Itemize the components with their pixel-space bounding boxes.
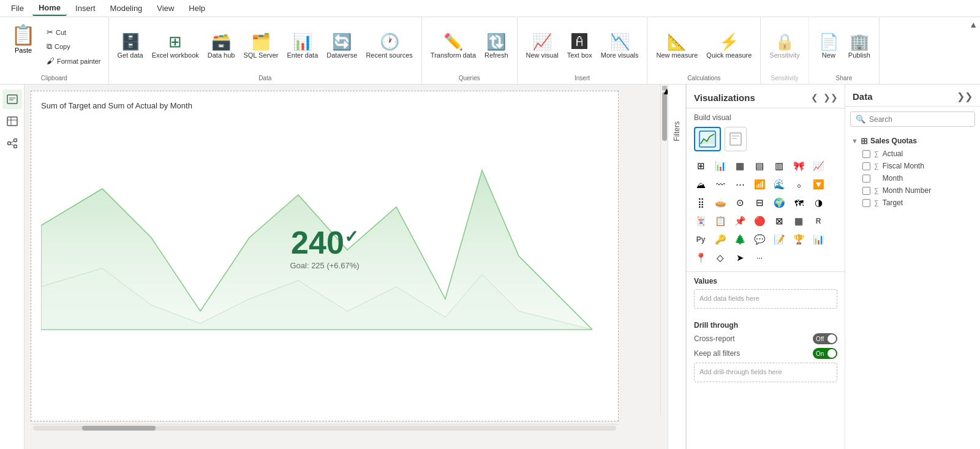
viz-donut[interactable]: ⊙ xyxy=(731,194,749,211)
cross-report-toggle[interactable]: Off xyxy=(813,333,837,344)
viz-funnel[interactable]: ⬦ xyxy=(790,176,808,193)
drillthrough-dropzone[interactable]: Add drill-through fields here xyxy=(694,363,837,382)
search-box[interactable]: 🔍 xyxy=(850,111,975,127)
new-measure-button[interactable]: 📐 New measure xyxy=(652,31,701,62)
viz-matrix[interactable]: ⊠ xyxy=(770,213,788,230)
vertical-scrollbar[interactable]: ▲ xyxy=(660,85,668,415)
viz-collapse-left-button[interactable]: ❮ xyxy=(808,91,821,104)
viz-map[interactable]: 🌍 xyxy=(770,194,788,211)
ribbon-collapse-button[interactable]: ▲ xyxy=(969,20,978,29)
menu-modeling[interactable]: Modeling xyxy=(104,1,149,15)
viz-decomp-tree[interactable]: 🌲 xyxy=(731,231,749,248)
viz-100pct-bar[interactable]: ▥ xyxy=(770,157,788,175)
get-data-button[interactable]: 🗄️ Get data xyxy=(114,31,147,62)
new-visual-button[interactable]: 📈 New visual xyxy=(522,31,562,62)
viz-multirow-card[interactable]: 📋 xyxy=(711,213,729,230)
actual-checkbox[interactable] xyxy=(862,150,870,158)
data-panel-expand-button[interactable]: ❯❯ xyxy=(957,91,973,102)
new-button[interactable]: 📄 New xyxy=(814,31,843,62)
field-fiscal-month[interactable]: ∑ Fiscal Month xyxy=(850,160,975,172)
chart-visual[interactable]: Sum of Target and Sum of Actual by Month xyxy=(31,91,619,421)
horizontal-scrollbar[interactable] xyxy=(31,424,619,431)
scrollbar-thumb[interactable] xyxy=(82,426,156,431)
month-number-checkbox[interactable] xyxy=(862,187,870,195)
viz-line-chart[interactable]: 📈 xyxy=(809,157,827,175)
quick-measure-button[interactable]: ⚡ Quick measure xyxy=(703,31,755,62)
viz-r-script[interactable]: R xyxy=(809,213,827,230)
sidebar-table-icon[interactable] xyxy=(2,111,22,131)
format-painter-button[interactable]: 🖌 Format painter xyxy=(44,55,104,67)
target-checkbox[interactable] xyxy=(862,199,870,207)
viz-area-chart[interactable]: ⛰ xyxy=(692,176,710,193)
viz-arc[interactable]: ◑ xyxy=(809,194,827,211)
viz-card[interactable]: 🃏 xyxy=(692,213,710,230)
enter-data-button[interactable]: 📊 Enter data xyxy=(284,31,322,62)
menu-view[interactable]: View xyxy=(151,1,180,15)
viz-bar-sparkline[interactable]: 📊 xyxy=(809,231,827,248)
viz-expand-right-button[interactable]: ❯❯ xyxy=(824,91,837,104)
viz-ribbon[interactable]: 🎀 xyxy=(790,157,808,175)
sensitivity-button[interactable]: 🔒 Sensitivity xyxy=(766,31,804,62)
viz-kpi[interactable]: 📌 xyxy=(731,213,749,230)
recent-sources-button[interactable]: 🕐 Recent sources xyxy=(362,31,416,62)
viz-waterfall[interactable]: 🌊 xyxy=(770,176,788,193)
keep-filters-toggle[interactable]: On xyxy=(813,348,837,359)
data-hub-button[interactable]: 🗃️ Data hub xyxy=(204,31,239,62)
paste-button[interactable]: 📋 Paste xyxy=(5,20,42,74)
refresh-button[interactable]: 🔃 Refresh xyxy=(481,31,512,62)
viz-map2[interactable]: 📍 xyxy=(692,249,710,266)
active-visual-type[interactable] xyxy=(694,127,721,151)
field-actual[interactable]: ∑ Actual xyxy=(850,148,975,160)
viz-smart-narrative[interactable]: 🏆 xyxy=(790,231,808,248)
viz-arrow[interactable]: ➤ xyxy=(731,249,749,266)
canvas-area[interactable]: Sum of Target and Sum of Actual by Month xyxy=(24,85,668,449)
viz-pie[interactable]: 🥧 xyxy=(711,194,729,211)
viz-narrative[interactable]: 📝 xyxy=(770,231,788,248)
sales-quotas-header[interactable]: ▼ ⊞ Sales Quotas xyxy=(850,134,975,148)
page-visual-type[interactable] xyxy=(725,127,747,151)
viz-clustered-bar[interactable]: ▤ xyxy=(750,157,769,175)
transform-data-button[interactable]: ✏️ Transform data xyxy=(427,31,480,62)
fiscal-month-checkbox[interactable] xyxy=(862,162,870,170)
viz-column-chart[interactable]: 📶 xyxy=(750,176,769,193)
viz-python[interactable]: Py xyxy=(692,231,710,248)
field-month-number[interactable]: ∑ Month Number xyxy=(850,184,975,197)
viz-shape-map[interactable]: 🗺 xyxy=(790,194,808,211)
excel-workbook-button[interactable]: ⊞ Excel workbook xyxy=(148,31,203,62)
values-dropzone[interactable]: Add data fields here xyxy=(694,289,837,309)
menu-file[interactable]: File xyxy=(5,1,30,15)
viz-filter[interactable]: 🔽 xyxy=(809,176,827,193)
publish-button[interactable]: 🏢 Publish xyxy=(845,31,874,62)
field-month[interactable]: ∑ Month xyxy=(850,172,975,184)
filters-label[interactable]: Filters xyxy=(673,121,681,141)
viz-stacked-bar[interactable]: ▦ xyxy=(731,157,749,175)
viz-table[interactable]: ⊞ xyxy=(692,157,710,175)
viz-bar-chart[interactable]: 📊 xyxy=(711,157,729,175)
viz-gauge[interactable]: 🔴 xyxy=(750,213,769,230)
viz-table2[interactable]: ▦ xyxy=(790,213,808,230)
sql-server-button[interactable]: 🗂️ SQL Server xyxy=(239,31,282,62)
text-box-button[interactable]: 🅰 Text box xyxy=(564,31,596,62)
viz-dot-plot[interactable]: ⣿ xyxy=(692,194,710,211)
menu-home[interactable]: Home xyxy=(32,1,67,16)
menu-help[interactable]: Help xyxy=(183,1,211,15)
viz-diamond[interactable]: ◇ xyxy=(711,249,729,266)
cut-button[interactable]: ✂ Cut xyxy=(44,26,104,38)
viz-key-influencers[interactable]: 🔑 xyxy=(711,231,729,248)
v-scroll-up[interactable]: ▲ xyxy=(662,86,667,91)
viz-line-area[interactable]: 〰 xyxy=(711,176,729,193)
viz-scatter[interactable]: ⋯ xyxy=(731,176,749,193)
dataverse-button[interactable]: 🔄 Dataverse xyxy=(323,31,361,62)
viz-qa[interactable]: 💬 xyxy=(750,231,769,248)
viz-more[interactable]: ··· xyxy=(750,249,769,266)
sidebar-model-icon[interactable] xyxy=(2,134,22,153)
copy-button[interactable]: ⧉ Copy xyxy=(44,40,104,53)
field-target[interactable]: ∑ Target xyxy=(850,197,975,209)
v-scrollbar-thumb[interactable] xyxy=(662,92,667,141)
menu-insert[interactable]: Insert xyxy=(69,1,102,15)
month-checkbox[interactable] xyxy=(862,175,870,183)
viz-treemap[interactable]: ⊟ xyxy=(750,194,769,211)
search-input[interactable] xyxy=(869,115,970,124)
more-visuals-button[interactable]: 📉 More visuals xyxy=(597,31,643,62)
sidebar-report-icon[interactable] xyxy=(2,89,22,109)
